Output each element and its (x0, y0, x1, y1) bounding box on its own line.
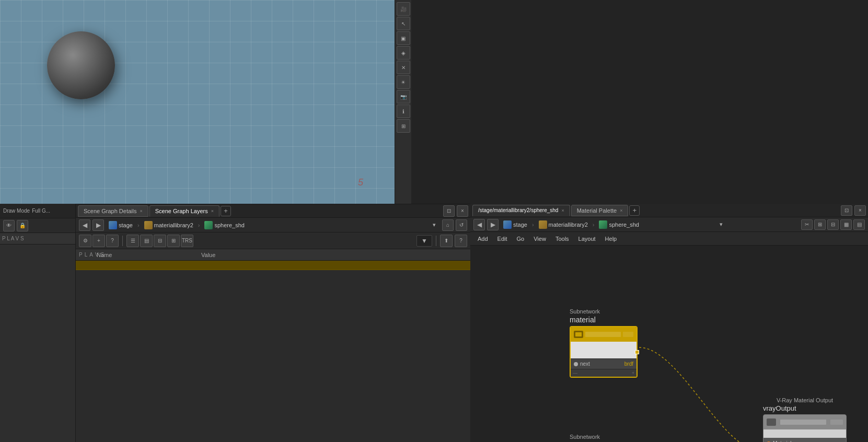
menu-layout[interactable]: Layout (574, 235, 600, 243)
tab-scene-graph-details[interactable]: Scene Graph Details × (78, 205, 148, 217)
sg-tool-help[interactable]: ? (106, 235, 119, 247)
node-vray-output[interactable]: V-Ray Material Output vrayOutput Materia… (763, 397, 847, 442)
sg-tool-import[interactable]: ⬆ (440, 235, 453, 247)
sg-tool-help2[interactable]: ? (455, 235, 467, 247)
draw-mode-value: Full G... (32, 208, 50, 214)
menu-tools[interactable]: Tools (551, 235, 573, 243)
node-disp-subtype: Subnetwork (570, 434, 638, 440)
sg-tool-group-view: ☰ ▤ ⊟ ⊞ TRS (126, 235, 193, 247)
sg-tool-detail-view[interactable]: ▤ (140, 235, 153, 247)
breadcrumb-stage[interactable]: stage (106, 220, 135, 230)
ne-breadcrumb-bar: ◀ ▶ stage › materiallibrary2 › sphere_sh… (470, 217, 868, 232)
sg-tool-settings[interactable]: ⚙ (79, 235, 91, 247)
node-material-port-right: brdf (624, 361, 633, 367)
col-l: L (85, 252, 88, 258)
sg-tool-col-view[interactable]: ⊞ (167, 235, 180, 247)
plavs-label: P L A V S (2, 236, 24, 241)
viewport-tool-light[interactable]: ☀ (397, 75, 410, 89)
viewport-tool-info[interactable]: ℹ (397, 104, 410, 118)
ne-toolbar-right: ✂ ⊞ ⊟ ▦ ▤ (801, 219, 865, 230)
tab-add-button[interactable]: + (221, 206, 231, 216)
tab-scene-graph-layers[interactable]: Scene Graph Layers × (149, 205, 219, 217)
ne-breadcrumb-dropdown[interactable]: ▾ (715, 219, 727, 230)
menu-help[interactable]: Help (601, 235, 621, 243)
scene-graph-tab-bar: Scene Graph Details × Scene Graph Layers… (76, 204, 470, 218)
sg-tool-add[interactable]: + (92, 235, 105, 247)
menu-edit[interactable]: Edit (493, 235, 512, 243)
breadcrumb-shd[interactable]: sphere_shd (202, 220, 247, 230)
ne-back-btn[interactable]: ◀ (473, 219, 485, 230)
col-header-name: Name (95, 252, 199, 258)
menu-view[interactable]: View (529, 235, 550, 243)
ne-tab-sphere-shd[interactable]: /stage/materiallibrary2/sphere_shd × (472, 205, 570, 216)
eye-toggle-btn[interactable]: 👁 (3, 220, 15, 231)
node-disp[interactable]: Subnetwork disp next (570, 434, 638, 442)
tab-layers-close[interactable]: × (211, 208, 214, 214)
panel-float-btn[interactable]: ⊡ (443, 205, 455, 217)
sg-sep1 (122, 236, 123, 246)
bottom-row: Draw Mode Full G... 👁 🔒 P L A V S Scene … (0, 204, 868, 442)
node-material-ports: next brdf (571, 358, 636, 369)
node-material[interactable]: Subnetwork material next (570, 308, 638, 378)
ne-tab-add[interactable]: + (629, 205, 640, 216)
breadcrumb-forward-btn[interactable]: ▶ (92, 219, 104, 231)
sg-tool-trs[interactable]: TRS (181, 235, 193, 247)
viewport-tool-camera[interactable]: 🎥 (397, 2, 410, 16)
node-material-subtype: Subnetwork (570, 308, 638, 315)
viewport-tool-grid[interactable]: ⊞ (397, 119, 410, 133)
viewport-tool-shade[interactable]: ◈ (397, 46, 410, 60)
breadcrumb-reload-btn[interactable]: ↺ (456, 219, 467, 231)
sg-filter-btn[interactable]: ▼ (416, 235, 432, 247)
ne-canvas[interactable]: Subnetwork material next (470, 246, 868, 442)
breadcrumb-back-btn[interactable]: ◀ (79, 219, 90, 231)
ne-tab-material-palette[interactable]: Material Palette × (571, 205, 629, 216)
left-plavs-header: P L A V S (0, 233, 75, 245)
ne-tab2-close[interactable]: × (620, 208, 622, 213)
ne-shd-icon (599, 220, 607, 229)
ne-breadcrumb-shd[interactable]: sphere_shd (596, 219, 642, 230)
ne-breadcrumb-stage[interactable]: stage (501, 219, 530, 230)
ne-tool-grid4[interactable]: ▤ (853, 219, 865, 230)
viewport-toolbar: 🎥 ↖ ▣ ◈ ✕ ☀ 📷 ℹ ⊞ (395, 0, 411, 204)
ne-forward-btn[interactable]: ▶ (487, 219, 499, 230)
node-material-box[interactable]: next brdf — + (570, 326, 638, 378)
sg-column-headers: P L A V S Name Value (76, 249, 470, 261)
node-material-name: material (570, 316, 638, 324)
sg-tool-split-view[interactable]: ⊟ (154, 235, 166, 247)
ne-breadcrumb-lib[interactable]: materiallibrary2 (536, 219, 591, 230)
vray-type-label: V-Ray Material Output (763, 397, 847, 403)
viewport-tool-wire[interactable]: ✕ (397, 61, 410, 74)
breadcrumb-sep2: › (198, 222, 200, 228)
breadcrumb-home-btn[interactable]: ⌂ (442, 219, 454, 231)
viewport-tool-toggle[interactable]: ▣ (397, 31, 410, 45)
node-material-header (571, 327, 636, 342)
breadcrumb-dropdown-btn[interactable]: ▾ (429, 219, 440, 231)
vray-name: vrayOutput (763, 404, 847, 412)
viewport-tool-select[interactable]: ↖ (397, 17, 410, 30)
ne-tab1-close[interactable]: × (561, 208, 564, 213)
shd-icon (204, 221, 213, 229)
vray-header (763, 415, 846, 429)
panel-close-btn[interactable]: × (457, 205, 468, 217)
viewport-tool-cam2[interactable]: 📷 (397, 90, 410, 103)
viewport-sphere (47, 31, 115, 99)
col-a: A (89, 252, 93, 258)
node-material-footer: — + (571, 369, 636, 377)
tab-details-close[interactable]: × (140, 208, 143, 214)
ne-tool-scissors[interactable]: ✂ (801, 219, 813, 230)
sg-selected-row[interactable] (76, 261, 470, 270)
menu-add[interactable]: Add (473, 235, 492, 243)
left-panel-header: Draw Mode Full G... (0, 204, 75, 218)
ne-panel-close-btn[interactable]: × (854, 205, 866, 216)
scene-graph-content[interactable] (76, 261, 470, 442)
ne-tool-grid1[interactable]: ⊞ (814, 219, 826, 230)
menu-go[interactable]: Go (513, 235, 529, 243)
sg-tool-list-view[interactable]: ☰ (126, 235, 139, 247)
lock-btn[interactable]: 🔒 (17, 220, 28, 231)
ne-panel-float-btn[interactable]: ⊡ (841, 205, 852, 216)
ne-tool-grid3[interactable]: ▦ (840, 219, 852, 230)
ne-tool-grid2[interactable]: ⊟ (827, 219, 839, 230)
vray-box[interactable]: Material Surface Volume — = (763, 414, 847, 442)
viewport: 5 (0, 0, 395, 204)
breadcrumb-lib[interactable]: materiallibrary2 (142, 220, 196, 230)
